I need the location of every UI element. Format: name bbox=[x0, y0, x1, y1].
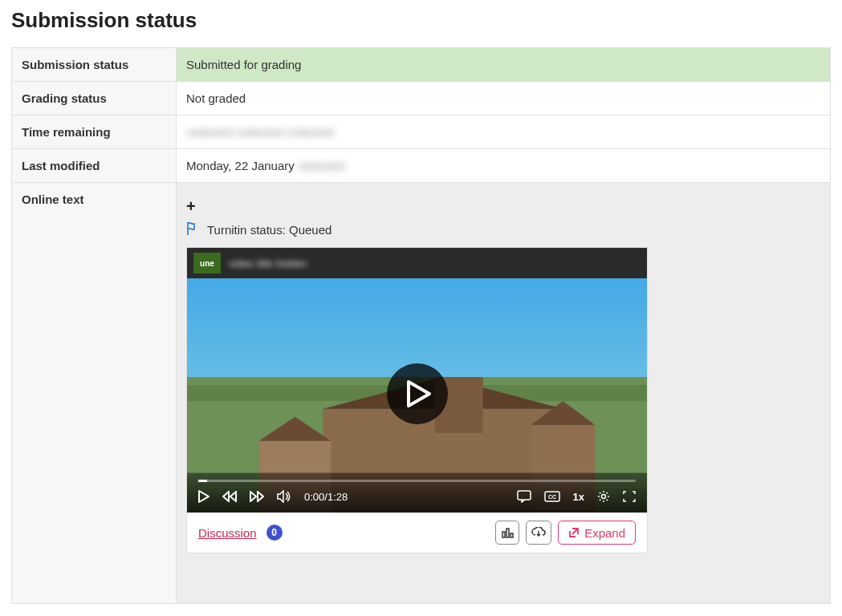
time-display: 0:00/1:28 bbox=[304, 491, 348, 503]
value-grading-status: Not graded bbox=[177, 82, 831, 116]
play-overlay-button[interactable] bbox=[387, 363, 448, 424]
cc-icon: CC bbox=[544, 491, 560, 502]
download-cloud-icon bbox=[531, 527, 546, 538]
submission-status-table: Submission status Submitted for grading … bbox=[11, 47, 831, 604]
rewind-icon bbox=[222, 491, 237, 502]
expand-label: Expand bbox=[584, 526, 625, 540]
play-icon bbox=[407, 380, 431, 407]
comment-icon bbox=[517, 490, 531, 503]
expand-toggle-icon[interactable]: + bbox=[186, 197, 820, 216]
svg-point-26 bbox=[602, 495, 606, 499]
last-modified-blurred: redacted bbox=[298, 159, 344, 172]
video-viewport[interactable]: 0:00/1:28 CC 1x bbox=[187, 278, 647, 513]
settings-button[interactable] bbox=[597, 490, 610, 503]
time-remaining-blurred: redacted redacted redacted bbox=[186, 125, 333, 139]
row-submission-status: Submission status Submitted for grading bbox=[12, 48, 831, 82]
label-online-text: Online text bbox=[12, 183, 177, 604]
turnitin-status-text: Turnitin status: Queued bbox=[207, 223, 332, 237]
value-last-modified: Monday, 22 January redacted bbox=[177, 149, 831, 183]
svg-marker-18 bbox=[223, 492, 229, 501]
volume-button[interactable] bbox=[277, 490, 291, 503]
turnitin-flag-icon bbox=[186, 222, 197, 237]
gear-icon bbox=[597, 490, 610, 503]
play-button[interactable] bbox=[198, 490, 209, 503]
label-submission-status: Submission status bbox=[12, 48, 177, 82]
play-small-icon bbox=[198, 490, 209, 503]
video-player: une video title hidden bbox=[186, 247, 648, 553]
download-button[interactable] bbox=[526, 521, 551, 545]
svg-rect-29 bbox=[510, 533, 513, 537]
page-title: Submission status bbox=[11, 8, 831, 33]
rewind-button[interactable] bbox=[222, 491, 237, 502]
forward-button[interactable] bbox=[250, 491, 264, 502]
svg-rect-28 bbox=[506, 529, 509, 537]
svg-marker-22 bbox=[278, 491, 283, 502]
svg-rect-23 bbox=[518, 491, 531, 500]
expand-icon bbox=[568, 527, 580, 538]
video-header: une video title hidden bbox=[187, 248, 647, 278]
progress-bar[interactable] bbox=[198, 480, 636, 482]
label-last-modified: Last modified bbox=[12, 149, 177, 183]
comments-button[interactable] bbox=[517, 490, 531, 503]
value-submission-status: Submitted for grading bbox=[177, 48, 831, 82]
fullscreen-button[interactable] bbox=[623, 491, 636, 502]
bar-chart-icon bbox=[501, 527, 514, 538]
discussion-link[interactable]: Discussion bbox=[198, 526, 257, 540]
video-footer: Discussion 0 Expand bbox=[187, 513, 647, 553]
video-controls: 0:00/1:28 CC 1x bbox=[187, 473, 647, 513]
video-title-blurred: video title hidden bbox=[229, 257, 307, 270]
captions-button[interactable]: CC bbox=[544, 491, 560, 502]
svg-text:CC: CC bbox=[547, 494, 555, 500]
last-modified-date: Monday, 22 January bbox=[186, 159, 295, 172]
svg-marker-21 bbox=[258, 492, 263, 501]
analytics-button[interactable] bbox=[495, 521, 519, 545]
row-last-modified: Last modified Monday, 22 January redacte… bbox=[12, 149, 831, 183]
value-time-remaining: redacted redacted redacted bbox=[177, 116, 831, 149]
progress-fill bbox=[198, 480, 207, 482]
speed-button[interactable]: 1x bbox=[573, 491, 584, 503]
une-logo: une bbox=[193, 253, 221, 274]
row-grading-status: Grading status Not graded bbox=[12, 82, 831, 116]
discussion-count-badge: 0 bbox=[266, 525, 283, 541]
fullscreen-icon bbox=[623, 491, 636, 502]
svg-marker-20 bbox=[250, 492, 256, 501]
svg-marker-19 bbox=[230, 492, 236, 501]
label-time-remaining: Time remaining bbox=[12, 116, 177, 149]
svg-marker-16 bbox=[409, 382, 429, 406]
row-online-text: Online text + Turnitin status: Queued un… bbox=[12, 183, 831, 604]
row-time-remaining: Time remaining redacted redacted redacte… bbox=[12, 116, 831, 149]
svg-rect-27 bbox=[502, 532, 505, 537]
volume-icon bbox=[277, 490, 291, 503]
label-grading-status: Grading status bbox=[12, 82, 177, 116]
svg-marker-17 bbox=[199, 491, 209, 502]
forward-icon bbox=[250, 491, 264, 502]
expand-button[interactable]: Expand bbox=[558, 521, 636, 545]
